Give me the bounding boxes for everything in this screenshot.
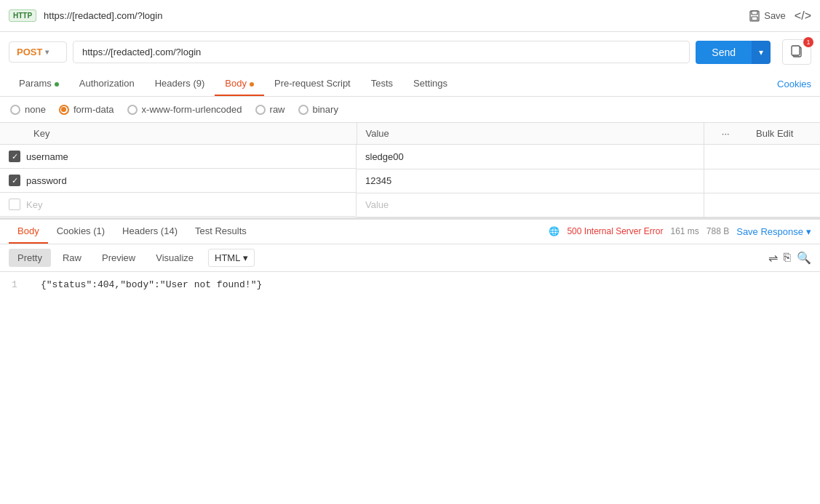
response-section: Body Cookies (1) Headers (14) Test Resul… xyxy=(0,219,820,505)
response-cookies-label: Cookies (1) xyxy=(57,225,105,236)
response-meta: 🌐 500 Internal Server Error 161 ms 788 B… xyxy=(549,226,811,237)
tab-headers[interactable]: Headers (9) xyxy=(145,72,215,96)
search-response-icon[interactable]: 🔍 xyxy=(797,251,811,265)
top-url: https://[redacted].com/?login xyxy=(44,10,741,21)
svg-rect-1 xyxy=(752,11,757,15)
method-select[interactable]: POST ▾ xyxy=(9,41,67,63)
wrap-icon[interactable]: ⇌ xyxy=(768,251,778,265)
table-row: username sledge00 xyxy=(0,145,820,169)
copy-response-icon[interactable]: ⎘ xyxy=(784,251,791,265)
format-form-data[interactable]: form-data xyxy=(59,104,114,115)
response-tab-test-results[interactable]: Test Results xyxy=(186,220,255,244)
format-urlencoded-label: x-www-form-urlencoded xyxy=(142,104,242,115)
value-column-header: Value xyxy=(357,123,704,145)
save-icon xyxy=(749,10,760,22)
language-select[interactable]: HTML ▾ xyxy=(208,249,255,267)
response-headers-label: Headers (14) xyxy=(122,225,178,236)
row3-actions[interactable] xyxy=(704,193,747,217)
row2-checkbox[interactable] xyxy=(9,175,20,186)
radio-form-data xyxy=(59,105,69,115)
row3-value-placeholder: Value xyxy=(365,199,389,210)
format-binary[interactable]: binary xyxy=(298,104,338,115)
svg-rect-4 xyxy=(792,46,800,55)
format-urlencoded[interactable]: x-www-form-urlencoded xyxy=(127,104,242,115)
response-tab-headers[interactable]: Headers (14) xyxy=(114,220,186,244)
row2-value[interactable]: 12345 xyxy=(357,169,704,193)
params-dot xyxy=(55,82,59,87)
chevron-down-icon: ▾ xyxy=(806,226,811,237)
code-area: 1 {"status":404,"body":"User not found!"… xyxy=(0,272,820,505)
response-tab-body[interactable]: Body xyxy=(9,220,48,244)
status-badge: 500 Internal Server Error xyxy=(567,226,663,236)
tab-authorization[interactable]: Authorization xyxy=(69,72,145,96)
save-label-top: Save xyxy=(764,10,786,21)
format-none[interactable]: none xyxy=(10,104,46,115)
http-badge: HTTP xyxy=(9,9,36,22)
response-body-label: Body xyxy=(17,225,39,236)
line-number-1: 1 xyxy=(12,279,26,497)
actions-column-header: ··· xyxy=(704,123,747,145)
language-label: HTML xyxy=(215,252,240,263)
copy-icon xyxy=(790,44,803,57)
top-actions: Save </> xyxy=(749,9,811,23)
copy-request-button[interactable]: 1 xyxy=(782,39,811,65)
row1-actions[interactable] xyxy=(704,145,747,169)
response-test-results-label: Test Results xyxy=(195,225,247,236)
row1-key[interactable]: username xyxy=(26,151,68,162)
format-raw-label: raw xyxy=(270,104,285,115)
send-button-group: Send ▾ xyxy=(696,41,771,64)
url-input[interactable] xyxy=(73,41,690,63)
top-bar: HTTP https://[redacted].com/?login Save … xyxy=(0,0,820,32)
format-form-data-label: form-data xyxy=(73,104,114,115)
bulk-edit-column-header: Bulk Edit xyxy=(747,123,820,145)
svg-rect-2 xyxy=(752,17,757,20)
response-time: 161 ms xyxy=(671,226,699,236)
method-label: POST xyxy=(17,47,42,57)
row3-key-placeholder[interactable]: Key xyxy=(26,199,42,210)
tab-body[interactable]: Body xyxy=(215,72,264,96)
radio-urlencoded xyxy=(127,105,138,115)
row1-checkbox[interactable] xyxy=(9,151,20,162)
tab-pre-request-script[interactable]: Pre-request Script xyxy=(264,72,361,96)
radio-raw xyxy=(255,105,266,115)
format-tab-raw[interactable]: Raw xyxy=(54,249,90,267)
body-dot xyxy=(250,82,254,87)
format-raw[interactable]: raw xyxy=(255,104,285,115)
response-format-bar: Pretty Raw Preview Visualize HTML ▾ ⇌ ⎘ … xyxy=(0,244,820,272)
format-binary-label: binary xyxy=(313,104,338,115)
response-tabs: Body Cookies (1) Headers (14) Test Resul… xyxy=(0,220,820,244)
copy-badge: 1 xyxy=(803,37,813,47)
request-tabs: Params Authorization Headers (9) Body Pr… xyxy=(0,72,820,97)
tab-params[interactable]: Params xyxy=(9,72,69,96)
row1-value[interactable]: sledge00 xyxy=(357,145,704,169)
format-tab-visualize[interactable]: Visualize xyxy=(147,249,202,267)
format-tab-preview[interactable]: Preview xyxy=(93,249,144,267)
key-column-header: Key xyxy=(0,123,357,145)
radio-none xyxy=(10,105,20,115)
code-view-button[interactable]: </> xyxy=(795,9,811,23)
send-button[interactable]: Send xyxy=(696,41,752,64)
tab-settings[interactable]: Settings xyxy=(403,72,458,96)
row2-actions[interactable] xyxy=(704,169,747,193)
row2-key[interactable]: password xyxy=(26,175,67,186)
send-dropdown-button[interactable]: ▾ xyxy=(752,41,771,64)
tab-tests[interactable]: Tests xyxy=(361,72,403,96)
format-tab-pretty[interactable]: Pretty xyxy=(9,249,51,267)
response-tab-cookies[interactable]: Cookies (1) xyxy=(48,220,114,244)
cookies-link[interactable]: Cookies xyxy=(777,73,811,95)
save-response-button[interactable]: Save Response ▾ xyxy=(736,226,811,237)
save-button-top[interactable]: Save xyxy=(749,10,786,22)
request-section: POST ▾ Send ▾ 1 Params Authorization Hea… xyxy=(0,32,820,219)
chevron-down-icon: ▾ xyxy=(45,48,49,56)
row3-extra xyxy=(747,193,820,217)
body-format-options: none form-data x-www-form-urlencoded raw… xyxy=(0,97,820,123)
response-actions: ⇌ ⎘ 🔍 xyxy=(768,251,811,265)
format-none-label: none xyxy=(25,104,46,115)
response-size: 788 B xyxy=(706,226,729,236)
kv-table: Key Value ··· Bulk Edit username sledge0… xyxy=(0,123,820,217)
row1-extra xyxy=(747,145,820,169)
code-line-1: {"status":404,"body":"User not found!"} xyxy=(41,279,262,497)
globe-icon: 🌐 xyxy=(549,226,560,236)
row3-checkbox[interactable] xyxy=(9,199,20,210)
chevron-down-icon: ▾ xyxy=(243,252,248,263)
